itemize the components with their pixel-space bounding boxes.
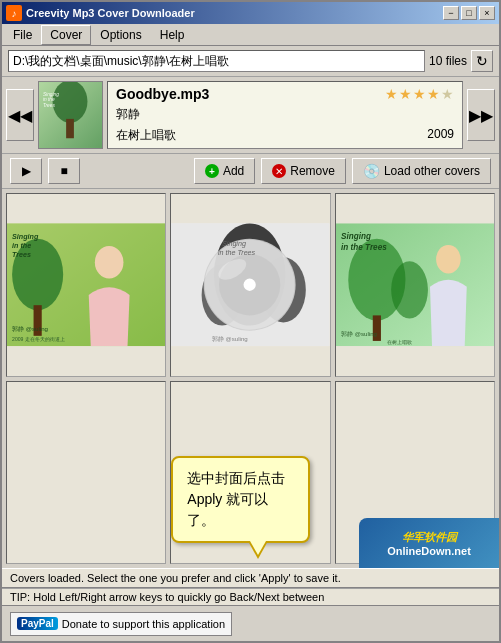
menu-cover[interactable]: Cover <box>41 25 91 45</box>
tip-text: TIP: Hold Left/Right arrow keys to quick… <box>10 591 324 603</box>
cover-cell-5[interactable]: 选中封面后点击 Apply 就可以了。 <box>170 381 330 565</box>
track-artist: 郭静 <box>116 106 454 123</box>
track-year: 2009 <box>427 127 454 144</box>
svg-text:郭静 @suling: 郭静 @suling <box>212 335 248 342</box>
add-icon: + <box>205 164 219 178</box>
svg-text:Singing: Singing <box>341 232 371 241</box>
play-button[interactable]: ▶ <box>10 158 42 184</box>
menu-bar: File Cover Options Help <box>2 24 499 46</box>
prev-button[interactable]: ◀◀ <box>6 89 34 141</box>
svg-text:Singing: Singing <box>43 92 59 97</box>
tooltip-bubble: 选中封面后点击 Apply 就可以了。 <box>171 456 309 543</box>
svg-text:Trees: Trees <box>12 251 31 259</box>
svg-point-31 <box>436 245 461 274</box>
title-bar: ♪ Creevity Mp3 Cover Downloader − □ × <box>2 2 499 24</box>
track-info: Goodbye.mp3 ★ ★ ★ ★ ★ 郭静 在树上唱歌 2009 <box>107 81 463 149</box>
svg-rect-33 <box>372 315 380 341</box>
svg-text:Singing: Singing <box>222 240 246 248</box>
prev-icon: ◀◀ <box>8 106 32 125</box>
status-text: Covers loaded. Select the one you prefer… <box>10 572 341 584</box>
close-button[interactable]: × <box>479 6 495 20</box>
cover-cell-2[interactable]: Singing in the Trees 郭静 @suling <box>170 193 330 377</box>
track-info-top: Goodbye.mp3 ★ ★ ★ ★ ★ <box>116 86 454 102</box>
tip-bar: TIP: Hold Left/Right arrow keys to quick… <box>2 588 499 605</box>
svg-point-25 <box>244 279 256 291</box>
restore-button[interactable]: □ <box>461 6 477 20</box>
star-5: ★ <box>441 86 454 102</box>
minimize-button[interactable]: − <box>443 6 459 20</box>
menu-file[interactable]: File <box>4 25 41 45</box>
next-button[interactable]: ▶▶ <box>467 89 495 141</box>
play-icon: ▶ <box>22 164 31 178</box>
watermark: 华军软件园 OnlineDown.net <box>359 518 499 568</box>
svg-point-2 <box>53 81 88 123</box>
remove-button[interactable]: ✕ Remove <box>261 158 346 184</box>
cd-icon: 💿 <box>363 163 380 179</box>
footer: PayPal Donate to support this applicatio… <box>2 605 499 641</box>
star-4: ★ <box>427 86 440 102</box>
refresh-icon: ↻ <box>476 53 488 69</box>
thumbnail-image: Singing in the Trees <box>39 82 102 148</box>
menu-options[interactable]: Options <box>91 25 150 45</box>
cover-cell-3[interactable]: Singing in the Trees 郭静 @suling 在树上唱歌 <box>335 193 495 377</box>
path-bar: 10 files ↻ <box>2 46 499 77</box>
file-count: 10 files <box>429 54 467 68</box>
app-icon: ♪ <box>6 5 22 21</box>
svg-text:在树上唱歌: 在树上唱歌 <box>387 339 412 345</box>
svg-text:郭静 @suling: 郭静 @suling <box>12 325 48 332</box>
svg-text:2009 走在冬天的街道上: 2009 走在冬天的街道上 <box>12 336 65 342</box>
remove-label: Remove <box>290 164 335 178</box>
svg-text:in the: in the <box>43 97 55 102</box>
watermark-line2: OnlineDown.net <box>387 545 471 557</box>
paypal-logo: PayPal <box>17 617 58 630</box>
donate-text: Donate to support this application <box>62 618 225 630</box>
cover-cell-1[interactable]: Singing in the Trees 郭静 @suling 2009 走在冬… <box>6 193 166 377</box>
next-icon: ▶▶ <box>469 106 493 125</box>
paypal-button[interactable]: PayPal Donate to support this applicatio… <box>10 612 232 636</box>
title-bar-text: ♪ Creevity Mp3 Cover Downloader <box>6 5 195 21</box>
track-area: ◀◀ Singing in the <box>2 77 499 154</box>
svg-text:in the: in the <box>12 242 31 250</box>
svg-text:Trees: Trees <box>43 103 56 108</box>
status-bar: Covers loaded. Select the one you prefer… <box>2 568 499 588</box>
watermark-line1: 华军软件园 <box>402 530 457 545</box>
load-covers-button[interactable]: 💿 Load other covers <box>352 158 491 184</box>
load-label: Load other covers <box>384 164 480 178</box>
svg-text:Singing: Singing <box>12 233 39 241</box>
add-label: Add <box>223 164 244 178</box>
cover-grid: Singing in the Trees 郭静 @suling 2009 走在冬… <box>2 189 499 568</box>
add-button[interactable]: + Add <box>194 158 255 184</box>
svg-rect-3 <box>66 119 74 138</box>
star-2: ★ <box>399 86 412 102</box>
track-details: 郭静 <box>116 106 454 123</box>
main-window: ♪ Creevity Mp3 Cover Downloader − □ × Fi… <box>0 0 501 643</box>
track-filename: Goodbye.mp3 <box>116 86 209 102</box>
star-1: ★ <box>385 86 398 102</box>
track-thumbnail: Singing in the Trees <box>38 81 103 149</box>
menu-help[interactable]: Help <box>151 25 194 45</box>
title-bar-buttons: − □ × <box>443 6 495 20</box>
svg-text:郭静 @suling: 郭静 @suling <box>341 330 377 337</box>
path-input[interactable] <box>8 50 425 72</box>
svg-text:in the Trees: in the Trees <box>341 243 387 252</box>
refresh-button[interactable]: ↻ <box>471 50 493 72</box>
stop-icon: ■ <box>60 164 67 178</box>
track-album: 在树上唱歌 <box>116 127 176 144</box>
remove-icon: ✕ <box>272 164 286 178</box>
svg-point-9 <box>95 246 124 279</box>
svg-text:in the Trees: in the Trees <box>218 249 256 257</box>
star-3: ★ <box>413 86 426 102</box>
svg-point-34 <box>391 261 428 318</box>
star-rating: ★ ★ ★ ★ ★ <box>385 86 454 102</box>
track-info-bottom: 在树上唱歌 2009 <box>116 127 454 144</box>
cover-cell-4[interactable] <box>6 381 166 565</box>
controls-bar: ▶ ■ + Add ✕ Remove 💿 Load other covers <box>2 154 499 189</box>
stop-button[interactable]: ■ <box>48 158 80 184</box>
